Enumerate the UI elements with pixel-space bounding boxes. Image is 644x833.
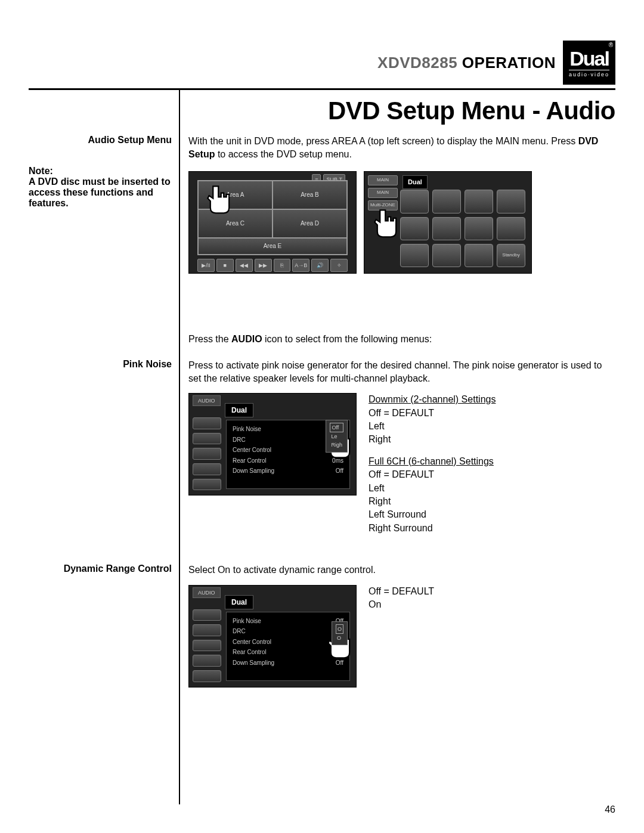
audio-left-icons [193, 417, 221, 490]
menu-tile-blank2 [497, 217, 525, 240]
audio-left-icons [193, 609, 221, 682]
pinknoise-settings-list: Downmix (2-channel) Settings Off = DEFAU… [369, 393, 496, 535]
dual-logo: ® Dual audio·video [563, 41, 615, 85]
icon-tile [193, 655, 221, 667]
menu-tile-setup-icon [400, 244, 429, 267]
icon-tile [193, 640, 221, 652]
pointing-hand-icon [203, 184, 231, 217]
operation-label: OPERATION [462, 54, 556, 72]
area-b: Area B [273, 181, 347, 209]
audio-setup-body: With the unit in DVD mode, press AREA A … [188, 135, 615, 274]
downmix-heading: Downmix (2-channel) Settings [369, 393, 496, 406]
full6ch-heading: Full 6CH (6-channel) Settings [369, 455, 496, 468]
settings-icon: ✧ [330, 259, 348, 272]
audio-tab: AUDIO [193, 587, 221, 598]
registered-mark: ® [609, 42, 613, 48]
tab-main-2: MAIN [368, 188, 398, 198]
repeat-icon: ⎘ [274, 259, 291, 272]
brand-badge: Dual [225, 403, 253, 417]
icon-tile [193, 479, 221, 491]
audio-icon: 🔊 [311, 259, 329, 272]
area-e: Area E [198, 238, 347, 255]
rewind-icon: ◀◀ [236, 259, 253, 272]
brand-badge: Dual [402, 175, 428, 189]
icon-tile [193, 433, 221, 445]
menu-tile-camera-icon [432, 217, 461, 240]
menu-tile-bluetooth-icon [465, 217, 493, 240]
drc-popup: O O [332, 621, 348, 645]
pinknoise-popup: Off Le Righ [326, 420, 348, 452]
menu-tile-standby: Standby [497, 244, 525, 267]
note-label: Note: [29, 166, 172, 176]
drc-settings-list: Off = DEFAULT On [369, 585, 434, 612]
note-body: A DVD disc must be inserted to access th… [29, 176, 172, 209]
page-number: 46 [605, 804, 615, 815]
menu-tile-eq-icon [465, 244, 493, 267]
menu-tile-xm-icon [400, 217, 429, 240]
brand-badge: Dual [225, 595, 253, 609]
logo-text: Dual [569, 48, 609, 69]
vertical-divider [179, 88, 180, 804]
tab-main: MAIN [368, 175, 398, 185]
icon-tile [193, 463, 221, 475]
ab-repeat-icon: A→B [292, 259, 309, 272]
menu-tile-audio-icon [432, 244, 461, 267]
note-block: Note: A DVD disc must be inserted to acc… [29, 166, 172, 209]
icon-tile [193, 670, 221, 682]
page-title: DVD Setup Menu - Audio [328, 97, 615, 125]
drc-body: Select On to activate dynamic range cont… [188, 563, 615, 688]
icon-tile [193, 448, 221, 460]
main-menu-side-tabs: MAIN MAIN Multi-ZONE [368, 175, 398, 210]
menu-tile-blank [497, 190, 525, 213]
pink-noise-body: Press to activate pink noise generator f… [188, 359, 615, 535]
pointing-hand-icon [370, 208, 398, 241]
menu-tile-ipod-icon [465, 190, 493, 213]
forward-icon: ▶▶ [255, 259, 272, 272]
model-number: XDVD8285 [377, 54, 457, 72]
screenshot-dvd-areas: ≡ SUB.T Area A Area B Area C Area D Area… [188, 171, 357, 274]
menu-tile-radio-icon [400, 190, 429, 213]
menu-tile-disc-icon [432, 190, 461, 213]
icon-tile [193, 624, 221, 636]
icon-tile [193, 609, 221, 621]
section-label-pink-noise: Pink Noise [29, 359, 172, 370]
page-header: XDVD8285 OPERATION ® Dual audio·video [377, 41, 615, 85]
icon-tile [193, 417, 221, 429]
logo-subtext: audio·video [569, 70, 609, 78]
screenshot-audio-drc: AUDIO Dual Pink NoiseOff DRCOff Center C… [188, 585, 357, 688]
audio-tab: AUDIO [193, 395, 221, 406]
section-label-audio-setup: Audio Setup Menu Note: A DVD disc must b… [29, 135, 172, 209]
play-pause-icon: ▶/II [197, 259, 215, 272]
area-d: Area D [273, 209, 347, 238]
press-audio-line: Press the AUDIO icon to select from the … [188, 333, 615, 346]
ss1-transport-bar: ▶/II ■ ◀◀ ▶▶ ⎘ A→B 🔊 ✧ [197, 259, 348, 272]
section-label-drc: Dynamic Range Control [29, 563, 172, 574]
screenshot-audio-pinknoise: AUDIO Dual Pink NoiseOff DRCOff Center C… [188, 393, 357, 496]
stop-icon: ■ [216, 259, 234, 272]
header-rule [29, 88, 615, 90]
main-menu-grid: Standby [400, 190, 525, 267]
screenshot-row-1: ≡ SUB.T Area A Area B Area C Area D Area… [188, 171, 615, 274]
header-text: XDVD8285 OPERATION [377, 54, 556, 72]
screenshot-main-menu: MAIN MAIN Multi-ZONE Dual Standby [364, 171, 532, 274]
